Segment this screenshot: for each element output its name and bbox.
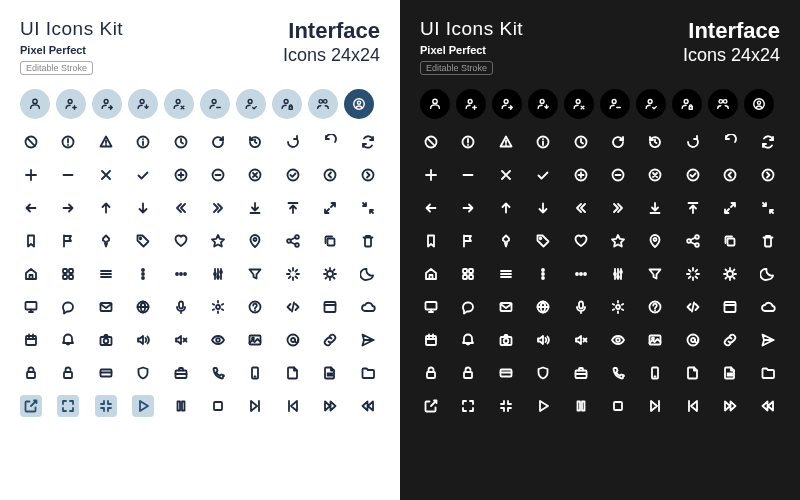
svg-rect-30	[69, 269, 73, 273]
svg-point-100	[542, 273, 544, 275]
info-icon	[132, 131, 154, 153]
rotate-cw-icon	[719, 131, 741, 153]
tag-icon	[532, 230, 554, 252]
upload-icon	[682, 197, 704, 219]
svg-point-113	[616, 305, 620, 309]
copy-icon	[319, 230, 341, 252]
user-check-icon	[236, 89, 266, 119]
chevrons-right-icon	[207, 197, 229, 219]
window-icon	[319, 296, 341, 318]
svg-rect-58	[27, 372, 35, 378]
svg-point-108	[727, 271, 733, 277]
plus-circle-icon	[570, 164, 592, 186]
fast-forward-icon	[319, 395, 341, 417]
x-icon	[495, 164, 517, 186]
minus-icon	[457, 164, 479, 186]
svg-point-40	[217, 276, 219, 278]
location-icon	[244, 230, 266, 252]
smartphone-icon	[244, 362, 266, 384]
svg-point-67	[468, 99, 472, 103]
flag-icon	[57, 230, 79, 252]
svg-point-52	[103, 339, 108, 344]
brand-title: Interface	[683, 18, 780, 44]
play-icon	[532, 395, 554, 417]
svg-point-105	[614, 273, 616, 275]
send-icon	[357, 329, 379, 351]
svg-point-23	[140, 238, 142, 240]
svg-point-36	[176, 273, 178, 275]
svg-point-107	[620, 271, 622, 273]
phone-icon	[207, 362, 229, 384]
bell-icon	[457, 329, 479, 351]
folder-icon	[757, 362, 779, 384]
filter-icon	[244, 263, 266, 285]
external-icon	[420, 395, 442, 417]
kit-subtitle: Pixel Perfect	[420, 44, 523, 56]
image-icon	[244, 329, 266, 351]
svg-rect-131	[614, 402, 622, 410]
svg-point-24	[254, 238, 257, 241]
maximize-icon	[457, 395, 479, 417]
user-circle-icon	[744, 89, 774, 119]
svg-rect-29	[63, 269, 67, 273]
collapse-icon	[357, 197, 379, 219]
user-minus-icon	[200, 89, 230, 119]
svg-rect-116	[426, 336, 436, 345]
volume-off-icon	[570, 329, 592, 351]
apps-icon	[457, 263, 479, 285]
svg-point-88	[762, 170, 773, 181]
svg-point-42	[327, 271, 333, 277]
svg-rect-124	[427, 372, 435, 378]
rewind-icon	[757, 395, 779, 417]
svg-point-39	[214, 273, 216, 275]
svg-rect-96	[469, 269, 473, 273]
svg-point-119	[616, 338, 620, 342]
sliders-icon	[607, 263, 629, 285]
chevron-left-circle-icon	[319, 164, 341, 186]
skip-back-icon	[682, 395, 704, 417]
arrow-left-icon	[20, 197, 42, 219]
arrow-down-icon	[532, 197, 554, 219]
eye-icon	[207, 329, 229, 351]
kit-tag: Editable Stroke	[420, 61, 493, 75]
copy-icon	[719, 230, 741, 252]
svg-point-122	[687, 335, 698, 346]
credit-card-icon	[495, 362, 517, 384]
chat-icon	[57, 296, 79, 318]
filter-icon	[644, 263, 666, 285]
x-icon	[95, 164, 117, 186]
more-vertical-icon	[132, 263, 154, 285]
fast-forward-icon	[719, 395, 741, 417]
svg-point-73	[684, 99, 688, 103]
user-icons-row	[20, 89, 380, 119]
ban-icon	[20, 131, 42, 153]
user-lock-icon	[672, 89, 702, 119]
moon-icon	[757, 263, 779, 285]
stop-icon	[207, 395, 229, 417]
download-icon	[244, 197, 266, 219]
expand-icon	[319, 197, 341, 219]
at-sign-icon	[282, 329, 304, 351]
help-icon	[644, 296, 666, 318]
folder-icon	[357, 362, 379, 384]
briefcase-icon	[170, 362, 192, 384]
history-icon	[644, 131, 666, 153]
pause-icon	[570, 395, 592, 417]
credit-card-icon	[95, 362, 117, 384]
user-icons-row	[420, 89, 780, 119]
bookmark-icon	[420, 230, 442, 252]
info-icon	[532, 131, 554, 153]
arrow-up-icon	[495, 197, 517, 219]
location-icon	[644, 230, 666, 252]
svg-point-1	[68, 99, 72, 103]
user-remove-icon	[564, 89, 594, 119]
arrow-left-icon	[420, 197, 442, 219]
svg-rect-94	[728, 239, 735, 246]
pin-icon	[95, 230, 117, 252]
alert-circle-icon	[457, 131, 479, 153]
volume-icon	[532, 329, 554, 351]
svg-point-118	[503, 339, 508, 344]
svg-point-41	[220, 271, 222, 273]
calendar-icon	[20, 329, 42, 351]
star-icon	[207, 230, 229, 252]
